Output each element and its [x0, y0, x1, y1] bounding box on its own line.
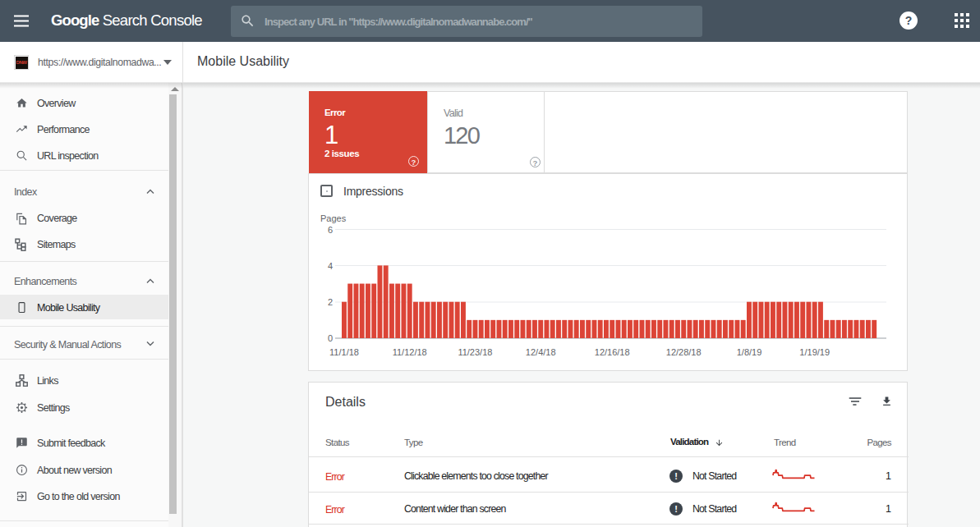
svg-text:12/16/18: 12/16/18	[595, 347, 630, 357]
svg-text:1/8/19: 1/8/19	[737, 347, 762, 357]
svg-text:2: 2	[328, 297, 333, 307]
svg-text:11/23/18: 11/23/18	[458, 347, 492, 357]
svg-text:6: 6	[328, 225, 333, 235]
svg-text:4: 4	[328, 261, 333, 271]
svg-text:12/28/18: 12/28/18	[666, 347, 702, 357]
svg-text:1/19/19: 1/19/19	[799, 347, 830, 357]
svg-text:11/12/18: 11/12/18	[393, 347, 427, 357]
svg-text:12/4/18: 12/4/18	[526, 347, 556, 357]
svg-text:0: 0	[328, 333, 333, 343]
svg-text:11/1/18: 11/1/18	[329, 347, 359, 357]
